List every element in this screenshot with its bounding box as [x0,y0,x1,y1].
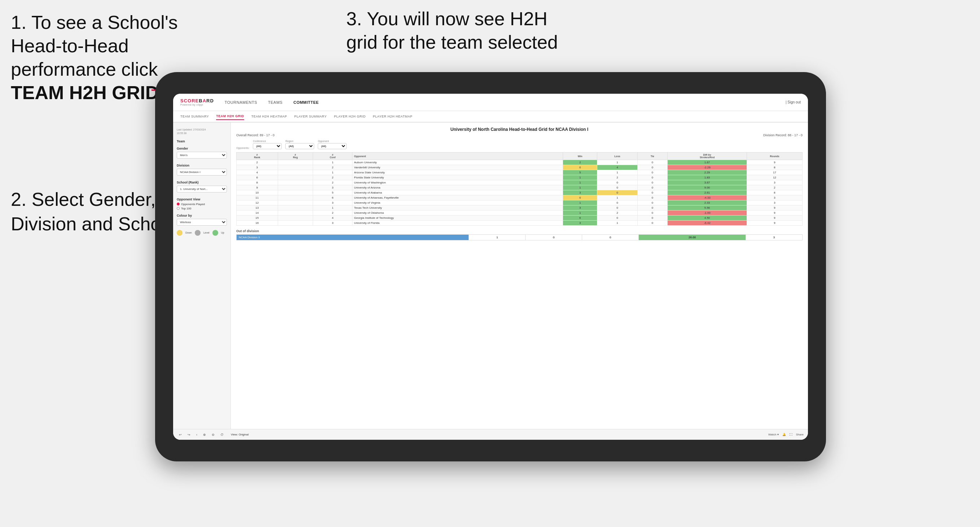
table-cell: Texas Tech University [352,205,563,211]
toolbar-redo[interactable]: ↪ [186,432,192,437]
toolbar-clock[interactable]: ⏱ [219,432,225,437]
table-cell: 8 [747,190,803,195]
table-cell: 0 [637,190,667,195]
filter-conference-group: Conference (All) [253,140,282,149]
col-reg: #Reg [278,152,313,160]
table-cell: 4 [237,170,278,175]
toolbar-zoom-out[interactable]: ⊖ [210,432,216,437]
table-cell: 1 [313,170,352,175]
filter-conference-select[interactable]: (All) [253,143,282,149]
table-cell: -1.00 [667,211,747,216]
table-cell: 9.00 [667,185,747,190]
table-row: 163University of Florida310-6.429 [237,221,803,225]
toolbar-undo[interactable]: ↩ [177,432,183,437]
table-cell [278,175,313,180]
table-cell: 1 [313,160,352,165]
table-cell: 3 [563,205,597,211]
table-row: 62Florida State University1201.8312 [237,175,803,180]
toolbar-share-btn[interactable]: Share [796,433,803,436]
table-cell: 14 [237,211,278,216]
out-of-division-table: NCAA Division II 1 0 0 26.00 3 [236,234,803,240]
toolbar-back[interactable]: ‹ [195,432,199,437]
table-cell: 0 [563,165,597,170]
filter-region-select[interactable]: (All) [285,143,314,149]
nav-teams[interactable]: TEAMS [268,99,282,106]
sidebar-school-select[interactable]: 1. University of Nort... [177,186,227,192]
table-cell: 1 [597,221,637,225]
table-cell: 0 [597,180,637,185]
sidebar-colour-by-select[interactable]: Win/loss [177,219,227,225]
sub-nav-team-summary[interactable]: TEAM SUMMARY [180,113,209,120]
table-cell: University of Washington [352,180,563,185]
grid-records: Overall Record: 89 - 17 - 0 Division Rec… [236,133,803,137]
table-cell: 8 [747,165,803,170]
h2h-table: #Rank #Reg #Conf Opponent Win Loss Tie D… [236,152,803,225]
sub-nav-player-summary[interactable]: PLAYER SUMMARY [294,113,327,120]
table-cell: University of Virginia [352,200,563,205]
sign-out-link[interactable]: | Sign out [786,100,801,104]
nav-committee[interactable]: COMMITTEE [293,99,319,106]
filter-opponent-select[interactable]: (All) [318,143,347,149]
table-cell: 2 [597,175,637,180]
table-cell: 15 [237,216,278,221]
out-div-win: 1 [469,235,525,240]
table-cell: 0 [597,205,637,211]
table-cell: 2.61 [667,190,747,195]
table-cell: 10 [237,190,278,195]
toolbar-watch-btn[interactable]: Watch ▾ [768,433,779,436]
table-cell: University of Oklahoma [352,211,563,216]
sub-nav-player-h2h-heatmap[interactable]: PLAYER H2H HEATMAP [373,113,413,120]
table-cell: 0 [597,185,637,190]
sidebar-radio-opponents-played[interactable]: Opponents Played [177,203,227,206]
sidebar-gender-select[interactable]: Men's [177,152,227,159]
radio-dot-opponents [177,203,180,205]
table-cell [278,205,313,211]
sidebar-radio-top100[interactable]: Top 100 [177,207,227,210]
table-cell: 2 [563,160,597,165]
table-cell [278,211,313,216]
sub-nav-team-h2h-grid[interactable]: TEAM H2H GRID [216,113,244,120]
table-cell: 0 [597,190,637,195]
table-row: 41Arizona State University5102.2917 [237,170,803,175]
sub-nav-player-h2h-grid[interactable]: PLAYER H2H GRID [334,113,366,120]
toolbar-zoom-in[interactable]: ⊕ [202,432,207,437]
table-cell: 3 [313,185,352,190]
table-row: 32Vanderbilt University040-2.298 [237,165,803,170]
table-cell [278,195,313,200]
table-cell: Auburn University [352,160,563,165]
sub-nav: TEAM SUMMARY TEAM H2H GRID TEAM H2H HEAT… [173,111,808,122]
logo: SCOREBARD Powered by clippi [180,98,214,106]
table-cell: University of Alabama [352,190,563,195]
sidebar-school-label: School (Rank) [177,181,227,184]
table-cell: 9 [747,211,803,216]
table-cell: 0 [637,165,667,170]
sidebar-gender-label: Gender [177,147,227,150]
table-cell: 3 [747,195,803,200]
toolbar-icon2[interactable]: ⛶ [789,433,792,436]
sub-nav-team-h2h-heatmap[interactable]: TEAM H2H HEATMAP [251,113,287,120]
col-rounds: Rounds [747,152,803,160]
table-cell: 12 [237,200,278,205]
table-cell: 12 [747,175,803,180]
sidebar-colour-by-label: Colour by [177,214,227,217]
col-win: Win [563,152,597,160]
table-cell: 6 [237,175,278,180]
table-cell: 1 [597,170,637,175]
table-row: 154Georgia Institute of Technology6004.5… [237,216,803,221]
table-cell: 2 [747,185,803,190]
toolbar-icon1[interactable]: 🔔 [782,433,786,436]
table-cell: 3 [313,221,352,225]
color-legend: Down Level Up [177,230,227,236]
table-cell [278,170,313,175]
sidebar: Last Updated: 27/03/2024 16:55:38 Team G… [173,122,231,429]
filter-opponent-group: Opponent (All) [318,140,347,149]
sidebar-division-label: Division [177,163,227,167]
table-cell: 3 [237,165,278,170]
nav-tournaments[interactable]: TOURNAMENTS [225,99,257,106]
radio-dot-top100 [177,207,180,210]
table-cell: 2.33 [667,200,747,205]
table-cell: -2.29 [667,165,747,170]
sidebar-division-select[interactable]: NCAA Division I [177,169,227,176]
table-cell: 0 [597,200,637,205]
grid-area: University of North Carolina Head-to-Hea… [231,122,808,429]
